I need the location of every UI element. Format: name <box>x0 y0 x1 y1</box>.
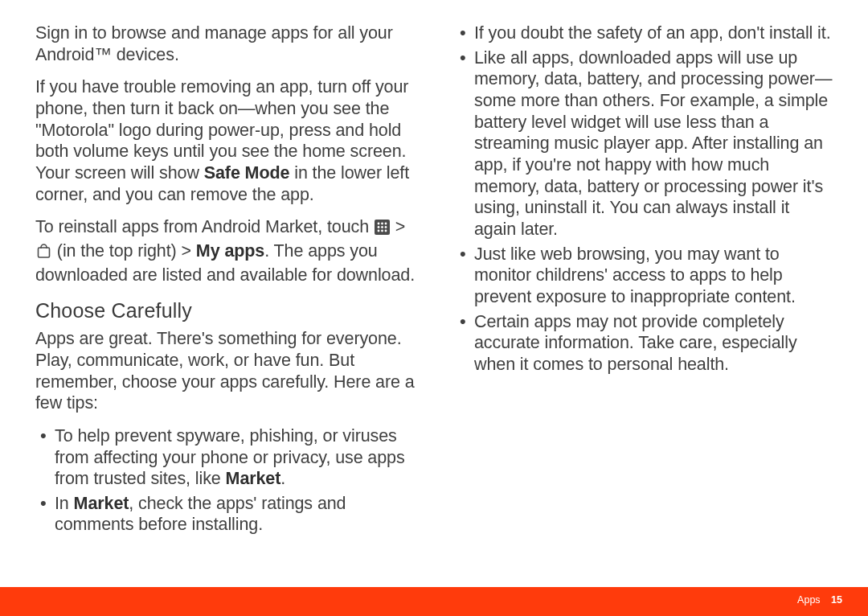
text-run: > <box>391 217 405 236</box>
svg-point-9 <box>385 230 387 232</box>
footer-text: Apps 15 <box>797 594 842 606</box>
paragraph: Apps are great. There's something for ev… <box>35 328 416 414</box>
text-run: (in the top right) > <box>52 241 196 261</box>
svg-point-5 <box>381 226 383 228</box>
list-item: In Market, check the apps' ratings and c… <box>35 493 416 536</box>
text-run: . <box>280 469 285 488</box>
list-item: Like all apps, downloaded apps will use … <box>455 47 836 240</box>
paragraph: If you have trouble removing an app, tur… <box>35 76 416 205</box>
list-item: Just like web browsing, you may want to … <box>455 244 836 308</box>
text-run: To reinstall apps from Android Market, t… <box>35 217 374 236</box>
list-item: Certain apps may not provide completely … <box>455 311 836 376</box>
svg-point-4 <box>378 226 380 228</box>
page-number: 15 <box>831 594 842 606</box>
text-run: In <box>55 494 74 513</box>
paragraph: Sign in to browse and manage apps for al… <box>35 23 416 65</box>
heading-choose-carefully: Choose Carefully <box>35 298 416 323</box>
bold-text-my-apps: My apps <box>196 241 264 261</box>
svg-point-7 <box>378 230 380 232</box>
svg-point-6 <box>385 226 387 228</box>
svg-rect-10 <box>39 248 50 257</box>
bold-text-market: Market <box>226 469 281 488</box>
two-column-body: Sign in to browse and manage apps for al… <box>35 23 836 553</box>
list-item: To help prevent spyware, phishing, or vi… <box>35 425 416 490</box>
document-page: Sign in to browse and manage apps for al… <box>0 0 868 616</box>
market-bag-icon <box>36 243 51 265</box>
paragraph: To reinstall apps from Android Market, t… <box>35 216 416 285</box>
footer-bar: Apps 15 <box>0 587 868 616</box>
svg-point-1 <box>378 223 380 225</box>
footer-section-label: Apps <box>797 594 821 606</box>
svg-point-8 <box>381 230 383 232</box>
apps-grid-icon <box>375 219 390 240</box>
bold-text-market: Market <box>74 494 129 513</box>
svg-point-3 <box>385 223 387 225</box>
list-item: If you doubt the safety of an app, don't… <box>455 23 836 44</box>
svg-point-2 <box>381 223 383 225</box>
bold-text-safe-mode: Safe Mode <box>204 163 290 183</box>
